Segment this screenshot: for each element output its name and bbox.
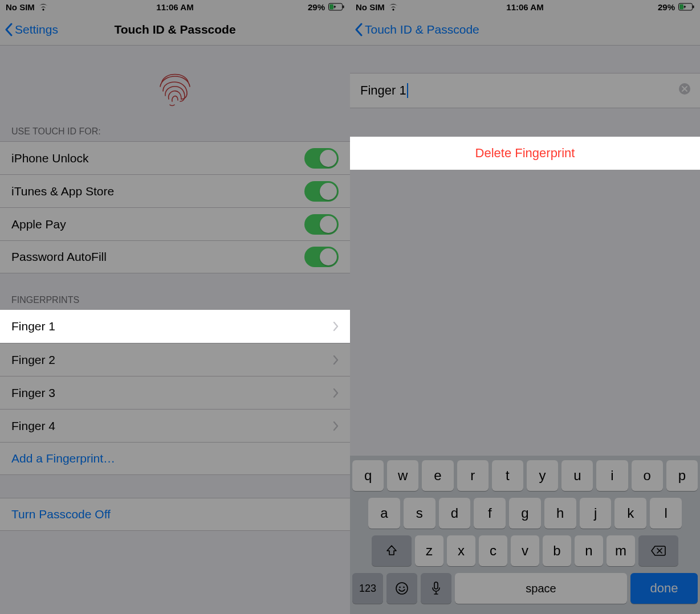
row-label: Password AutoFill	[11, 250, 304, 264]
status-time: 11:06 AM	[506, 2, 543, 12]
row-label: Finger 1	[11, 320, 333, 333]
key-shift[interactable]	[372, 535, 412, 566]
toggle-on-icon[interactable]	[304, 181, 339, 202]
backspace-icon	[650, 545, 666, 556]
screen-settings-touchid: No SIM 11:06 AM 29% Settings Touch ID & …	[0, 0, 350, 614]
chevron-right-icon	[333, 421, 339, 431]
key-u[interactable]: u	[561, 460, 593, 491]
page-title: Touch ID & Passcode	[114, 23, 235, 36]
highlighted-row-finger-1[interactable]: Finger 1	[0, 310, 350, 343]
key-r[interactable]: r	[457, 460, 489, 491]
key-o[interactable]: o	[632, 460, 663, 491]
row-label: iTunes & App Store	[11, 185, 304, 198]
toggle-on-icon[interactable]	[304, 247, 339, 267]
row-finger-3[interactable]: Finger 3	[0, 376, 350, 409]
row-iphone-unlock[interactable]: iPhone Unlock	[0, 141, 350, 174]
row-password-autofill[interactable]: Password AutoFill	[0, 240, 350, 273]
svg-point-8	[399, 587, 401, 588]
key-z[interactable]: z	[415, 535, 443, 566]
key-x[interactable]: x	[447, 535, 475, 566]
status-time: 11:06 AM	[156, 2, 193, 12]
key-a[interactable]: a	[368, 498, 400, 529]
row-finger-2[interactable]: Finger 2	[0, 343, 350, 376]
delete-fingerprint-label: Delete Fingerprint	[475, 146, 575, 161]
key-v[interactable]: v	[511, 535, 539, 566]
key-q[interactable]: q	[352, 460, 384, 491]
battery-icon	[678, 3, 694, 11]
key-g[interactable]: g	[509, 498, 541, 529]
wifi-icon	[388, 3, 398, 11]
status-bar: No SIM 11:06 AM 29%	[350, 0, 700, 14]
nav-bar: Settings Touch ID & Passcode	[0, 14, 350, 46]
toggle-on-icon[interactable]	[304, 214, 339, 235]
row-label: Finger 3	[11, 386, 333, 400]
key-y[interactable]: y	[527, 460, 558, 491]
back-button[interactable]: Touch ID & Passcode	[355, 23, 479, 36]
key-m[interactable]: m	[607, 535, 635, 566]
chevron-right-icon	[333, 321, 339, 331]
row-itunes-appstore[interactable]: iTunes & App Store	[0, 174, 350, 207]
status-carrier: No SIM	[6, 2, 35, 12]
key-w[interactable]: w	[387, 460, 418, 491]
section-header-use: USE TOUCH ID FOR:	[0, 123, 350, 141]
key-b[interactable]: b	[543, 535, 571, 566]
key-s[interactable]: s	[404, 498, 436, 529]
chevron-left-icon	[355, 23, 363, 36]
key-n[interactable]: n	[575, 535, 603, 566]
key-dictation[interactable]	[421, 573, 451, 604]
key-l[interactable]: l	[650, 498, 682, 529]
screen-edit-fingerprint: No SIM 11:06 AM 29% Touch ID & Passcode …	[350, 0, 700, 614]
row-label: iPhone Unlock	[11, 152, 304, 165]
svg-rect-5	[693, 6, 694, 9]
key-done[interactable]: done	[630, 573, 698, 604]
svg-rect-4	[679, 5, 683, 10]
key-k[interactable]: k	[614, 498, 646, 529]
key-c[interactable]: c	[479, 535, 507, 566]
row-turn-passcode-off[interactable]: Turn Passcode Off	[0, 498, 350, 531]
row-label: Apple Pay	[11, 218, 304, 231]
row-label: Finger 4	[11, 419, 333, 433]
highlighted-delete-fingerprint[interactable]: Delete Fingerprint	[350, 137, 700, 170]
row-label: Finger 2	[11, 353, 333, 367]
chevron-right-icon	[333, 388, 339, 398]
row-apple-pay[interactable]: Apple Pay	[0, 207, 350, 240]
microphone-icon	[432, 582, 441, 595]
fingerprint-icon	[0, 46, 350, 123]
key-d[interactable]: d	[439, 498, 471, 529]
nav-bar: Touch ID & Passcode	[350, 14, 700, 46]
key-j[interactable]: j	[580, 498, 612, 529]
chevron-left-icon	[5, 23, 13, 36]
status-battery-pct: 29%	[658, 2, 675, 12]
input-value: Finger 1	[360, 83, 406, 98]
key-p[interactable]: p	[666, 460, 698, 491]
row-label: Turn Passcode Off	[11, 507, 339, 521]
emoji-icon	[395, 582, 409, 595]
back-label: Settings	[15, 23, 58, 36]
row-finger-4[interactable]: Finger 4	[0, 409, 350, 442]
key-f[interactable]: f	[474, 498, 506, 529]
key-emoji[interactable]	[386, 573, 417, 604]
text-cursor	[407, 83, 408, 98]
back-button[interactable]: Settings	[5, 23, 58, 36]
row-label: Add a Fingerprint…	[11, 452, 339, 465]
key-123[interactable]: 123	[352, 573, 383, 604]
svg-rect-10	[434, 582, 438, 589]
key-h[interactable]: h	[544, 498, 576, 529]
section-header-fingerprints: FINGERPRINTS	[0, 273, 350, 310]
toggle-on-icon[interactable]	[304, 148, 339, 169]
fingerprint-name-input[interactable]: Finger 1	[350, 73, 700, 108]
status-bar: No SIM 11:06 AM 29%	[0, 0, 350, 14]
back-label: Touch ID & Passcode	[365, 23, 479, 36]
key-t[interactable]: t	[492, 460, 523, 491]
svg-rect-2	[343, 6, 344, 9]
shift-icon	[385, 545, 398, 557]
key-i[interactable]: i	[596, 460, 628, 491]
clear-button[interactable]	[678, 83, 691, 99]
key-backspace[interactable]	[638, 535, 678, 566]
key-e[interactable]: e	[422, 460, 453, 491]
row-add-fingerprint[interactable]: Add a Fingerprint…	[0, 442, 350, 475]
battery-icon	[328, 3, 344, 11]
svg-point-7	[396, 583, 408, 594]
key-space[interactable]: space	[455, 573, 627, 604]
chevron-right-icon	[333, 355, 339, 365]
